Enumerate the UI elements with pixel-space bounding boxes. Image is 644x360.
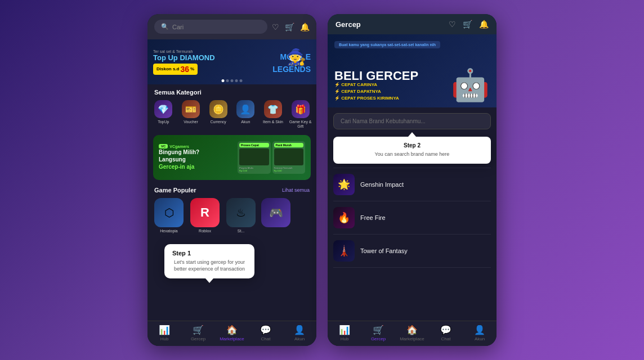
gercep-icon-right: 🛒 [373, 325, 384, 335]
top-bar-right: Gercep ♡ 🛒 🔔 [328, 14, 497, 34]
step2-body: You can search brand name here [339, 151, 485, 158]
discount-prefix: Diskon s.d [156, 66, 179, 71]
brand-genshin[interactable]: 🌟 Genshin Impact [333, 168, 491, 201]
cart-icon-right[interactable]: 🛒 [463, 20, 472, 29]
step1-title: Step 1 [172, 250, 247, 256]
popular-header: Game Populer Lihat semua [147, 183, 316, 196]
gercep-robot: 🤖 [451, 70, 490, 101]
heart-icon-right[interactable]: ♡ [449, 20, 456, 29]
tooltip-arrow-up [408, 132, 416, 137]
nav-marketplace-right[interactable]: 🏠 Marketplace [395, 321, 429, 346]
cat-label-game-key: Game Key & Gift [288, 120, 313, 129]
brand-name-ff: Free Fire [360, 214, 386, 221]
nav-gercep-left[interactable]: 🛒 Gercep [181, 321, 215, 346]
nav-hub-left[interactable]: 📊 Hub [147, 321, 181, 346]
cat-akun[interactable]: 👤 Akun [233, 100, 258, 129]
right-icons: ♡ 🛒 🔔 [449, 20, 489, 29]
game-roblox[interactable]: R Roblox [189, 198, 221, 233]
brand-tof[interactable]: 🗼 Tower of Fantasy [333, 235, 491, 268]
akun-icon-left: 👤 [294, 325, 305, 335]
cat-label-voucher: Voucher [184, 120, 198, 124]
promo-banner-left: Ter sat set & Termurah Top Up DIAMOND Di… [147, 39, 316, 84]
cat-game-key[interactable]: 🎁 Game Key & Gift [288, 100, 313, 129]
heart-icon[interactable]: ♡ [272, 22, 279, 32]
promo-h2: Langsung [159, 156, 238, 163]
akun-icon-right: 👤 [474, 325, 485, 335]
banner-dots [222, 79, 243, 82]
brand-icon-ff: 🔥 [333, 207, 355, 228]
chat-label-right: Chat [441, 336, 451, 341]
cat-label-akun: Akun [241, 120, 250, 124]
gercep-promo-banner: VC VCgamers Bingung Milih? Langsung Gerc… [153, 135, 311, 180]
brand-icon-tof: 🗼 [333, 240, 355, 262]
cat-label-currency: Currency [210, 120, 226, 124]
gercep-point-2: ⚡ CEPAT DAPATNYA [334, 89, 418, 94]
chat-label-left: Chat [261, 336, 271, 341]
search-brand-input[interactable] [333, 113, 491, 129]
promo-badge-1: Proses Cepat [239, 143, 269, 147]
hub-icon-left: 📊 [159, 325, 170, 335]
banner-title-highlight: DIAMOND [180, 53, 214, 62]
game-label-hexatopia: Hexatopia [160, 229, 178, 233]
promo-card-1: Proses Cepat Progres Mulia Rp 0,00 [238, 141, 271, 174]
nav-gercep-right[interactable]: 🛒 Gercep [361, 321, 395, 346]
hint-link[interactable]: kanalin nih [415, 43, 436, 47]
brand-freefire[interactable]: 🔥 Free Fire [333, 201, 491, 235]
nav-marketplace-left[interactable]: 🏠 Marketplace [215, 321, 249, 346]
categories-title: Semua Kategori [147, 84, 316, 98]
cat-icon-item-skin: 👕 [264, 100, 282, 118]
gercep-main-title: BELI GERCEP [334, 70, 418, 82]
brand-icon-genshin: 🌟 [333, 174, 355, 195]
banner-content: Ter sat set & Termurah Top Up DIAMOND Di… [153, 45, 311, 79]
hub-icon-right: 📊 [339, 325, 350, 335]
marketplace-icon-right: 🏠 [406, 325, 418, 335]
promo-brand: VC VCgamers [159, 144, 238, 148]
bottom-nav-left: 📊 Hub 🛒 Gercep 🏠 Marketplace 💬 Chat 👤 Ak… [147, 321, 316, 346]
hint-text: Buat kamu yang sukanya sat-set-sat-set [339, 43, 414, 47]
right-phone: Gercep ♡ 🛒 🔔 Buat kamu yang sukanya sat-… [328, 14, 497, 346]
hub-label-right: Hub [341, 336, 349, 341]
chat-icon-left: 💬 [260, 325, 271, 335]
step2-title: Step 2 [339, 142, 485, 148]
tooltip-arrow-down [205, 278, 213, 283]
cat-icon-currency: 🪙 [209, 100, 227, 118]
cat-voucher[interactable]: 🎫 Voucher [178, 100, 204, 129]
akun-label-left: Akun [294, 336, 305, 341]
cat-currency[interactable]: 🪙 Currency [205, 100, 231, 129]
nav-akun-right[interactable]: 👤 Akun [463, 321, 497, 346]
banner-logo: MOBILE LEGENDS 🧙 [272, 50, 311, 74]
game-label-roblox: Roblox [199, 229, 211, 233]
cat-icon-akun: 👤 [236, 100, 254, 118]
nav-akun-left[interactable]: 👤 Akun [283, 321, 316, 346]
game-steam[interactable]: ♨ St... [225, 198, 257, 233]
nav-chat-left[interactable]: 💬 Chat [249, 321, 283, 346]
tooltip-step1: Step 1 Let's start using gercep for your… [164, 244, 254, 278]
cart-icon[interactable]: 🛒 [285, 22, 294, 32]
cat-topup[interactable]: 💎 TopUp [151, 100, 176, 129]
cat-label-topup: TopUp [158, 120, 169, 124]
promo-h1: Bingung Milih? [159, 148, 238, 156]
nav-chat-right[interactable]: 💬 Chat [429, 321, 463, 346]
game-hexatopia[interactable]: ⬡ Hexatopia [153, 198, 185, 233]
banner-title: Top Up DIAMOND [153, 53, 272, 62]
promo-card-2: Pasti Murah Termanji Termurah Rp 0,00 [272, 141, 306, 174]
bell-icon[interactable]: 🔔 [300, 22, 310, 32]
akun-label-right: Akun [475, 336, 485, 341]
gercep-main-area: BELI GERCEP ⚡ CEPAT CARINYA ⚡ CEPAT DAPA… [334, 70, 490, 101]
promo-badge-2: Pasti Murah [274, 143, 304, 147]
banner-discount: Diskon s.d 36 % [153, 64, 198, 75]
brand-name-tof: Tower of Fantasy [360, 248, 408, 254]
see-all-button[interactable]: Lihat semua [282, 187, 310, 193]
bottom-nav-right: 📊 Hub 🛒 Gercep 🏠 Marketplace 💬 Chat 👤 Ak… [328, 321, 497, 346]
step1-body: Let's start using gercep for your better… [172, 259, 247, 273]
search-box-left[interactable]: 🔍 Cari [154, 20, 267, 34]
bell-icon-right[interactable]: 🔔 [479, 20, 489, 29]
nav-hub-right[interactable]: 📊 Hub [328, 321, 361, 346]
promo-left: VC VCgamers Bingung Milih? Langsung Gerc… [159, 144, 238, 170]
gercep-points: ⚡ CEPAT CARINYA ⚡ CEPAT DAPATNYA ⚡ CEPAT… [334, 82, 418, 101]
discount-value: 36 [180, 65, 189, 74]
games-row: ⬡ Hexatopia R Roblox ♨ St... 🎮 [147, 196, 316, 235]
gercep-label-right: Gercep [371, 336, 386, 341]
marketplace-label-right: Marketplace [400, 336, 424, 341]
cat-item-skin[interactable]: 👕 Item & Skin [261, 100, 286, 129]
